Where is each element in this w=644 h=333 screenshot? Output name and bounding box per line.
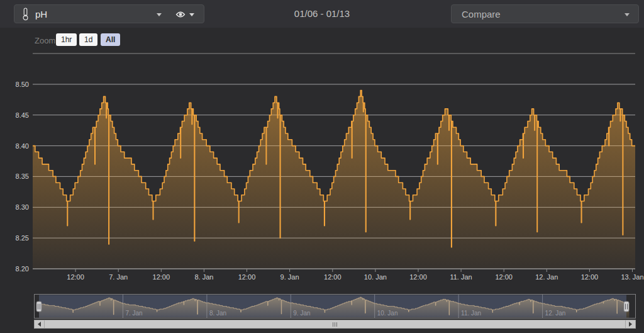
x-axis-label: 12. Jan xyxy=(535,273,558,281)
arrow-right-icon xyxy=(629,322,635,327)
scrollbar-grip-icon xyxy=(333,322,337,327)
scrollbar-thumb[interactable] xyxy=(45,320,625,328)
header-bar: pH 01/06 - 01/13 Compare xyxy=(0,0,644,28)
x-axis-label: 13. Jan xyxy=(621,273,643,281)
probe-selector-label: pH xyxy=(35,9,47,20)
x-axis-label: 12:00 xyxy=(495,273,513,281)
y-axis-label: 8.45 xyxy=(16,111,29,119)
zoom-1hr-button[interactable]: 1hr xyxy=(56,33,77,46)
compare-selector-label: Compare xyxy=(462,9,501,20)
navigator-handle-right[interactable] xyxy=(624,302,629,312)
navigator-selected-range[interactable] xyxy=(39,295,626,318)
chevron-down-icon xyxy=(189,13,194,16)
x-axis-label: 12:00 xyxy=(153,273,170,281)
x-axis-label: 12:00 xyxy=(238,273,256,281)
zoom-1d-button[interactable]: 1d xyxy=(79,33,97,46)
ph-history-chart[interactable]: 8.508.458.408.358.308.258.2012:007. Jan1… xyxy=(0,0,644,333)
thermometer-icon xyxy=(22,8,29,21)
navigator-handle-left[interactable] xyxy=(36,302,42,312)
chevron-down-icon xyxy=(157,13,162,16)
zoom-label: Zoom xyxy=(35,36,55,45)
horizontal-scrollbar[interactable] xyxy=(34,320,636,329)
y-axis-label: 8.25 xyxy=(16,234,29,242)
probe-selector[interactable]: pH xyxy=(14,4,204,23)
x-axis-label: 12:00 xyxy=(581,273,599,281)
eye-icon xyxy=(175,11,186,18)
x-axis-label: 12:00 xyxy=(409,273,427,281)
y-axis-label: 8.40 xyxy=(16,142,29,150)
x-axis-label: 7. Jan xyxy=(109,273,128,281)
y-axis-label: 8.50 xyxy=(16,81,29,88)
y-axis-label: 8.20 xyxy=(16,265,29,273)
y-axis-label: 8.35 xyxy=(16,172,29,180)
x-axis-label: 9. Jan xyxy=(280,273,299,281)
y-axis-label: 8.30 xyxy=(16,203,29,211)
x-axis-label: 10. Jan xyxy=(364,273,387,281)
x-axis-label: 12:00 xyxy=(67,273,84,281)
x-axis-label: 8. Jan xyxy=(194,273,213,281)
arrow-left-icon xyxy=(35,322,41,327)
x-axis-label: 12:00 xyxy=(324,273,341,281)
x-axis-label: 11. Jan xyxy=(450,273,472,281)
scroll-left-button[interactable] xyxy=(35,320,45,328)
scroll-right-button[interactable] xyxy=(625,320,635,328)
compare-selector[interactable]: Compare xyxy=(451,4,639,23)
chevron-down-icon xyxy=(625,13,630,16)
visibility-toggle[interactable] xyxy=(175,11,194,18)
zoom-all-button[interactable]: All xyxy=(101,33,120,46)
